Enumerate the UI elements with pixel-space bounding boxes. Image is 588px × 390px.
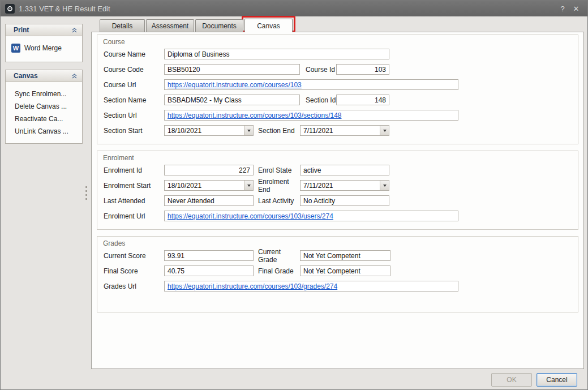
section-name-label: Section Name — [104, 96, 164, 104]
word-icon: W — [11, 44, 20, 53]
course-id-field[interactable]: 103 — [336, 64, 389, 75]
sidebar-item-unlink-canvas[interactable]: UnLink Canvas ... — [6, 125, 82, 138]
grades-url-label: Grades Url — [104, 282, 164, 290]
app-icon — [5, 4, 15, 14]
collapse-chevron-icon[interactable] — [70, 72, 79, 80]
sidebar-item-reactivate-canvas[interactable]: Reactivate Ca... — [6, 113, 82, 125]
chevron-down-icon[interactable] — [380, 181, 389, 190]
section-url-link[interactable]: https://equatorit.instructure.com/course… — [168, 112, 342, 119]
section-name-field[interactable]: BSBADM502 - My Class — [164, 95, 300, 105]
enrolment-start-datepicker[interactable]: 18/10/2021 — [164, 180, 254, 191]
enrolment-group: Enrolment Enrolment Id 227 Enrol State a… — [97, 151, 578, 230]
enrolment-group-title: Enrolment — [97, 153, 578, 165]
grades-url-field: https://equatorit.instructure.com/course… — [164, 281, 458, 292]
canvas-tab-content: Course Course Name Diploma of Business C… — [91, 32, 584, 369]
chevron-down-icon[interactable] — [244, 126, 253, 135]
ok-button[interactable]: OK — [491, 373, 532, 387]
tab-assessment[interactable]: Assessment — [146, 19, 194, 32]
current-grade-field[interactable]: Not Yet Competent — [300, 250, 390, 261]
window-title: 1.331 VET & HE Result Edit — [19, 5, 556, 13]
canvas-panel-title: Canvas — [14, 72, 38, 80]
enrolment-url-link[interactable]: https://equatorit.instructure.com/course… — [168, 212, 333, 220]
course-name-label: Course Name — [104, 50, 164, 58]
print-panel-title: Print — [14, 26, 29, 34]
close-button[interactable]: ✕ — [569, 5, 583, 13]
section-start-datepicker[interactable]: 18/10/2021 — [164, 125, 254, 136]
last-activity-field[interactable]: No Acticity — [300, 195, 389, 206]
splitter-handle[interactable] — [83, 16, 91, 390]
enrolment-url-label: Enrolment Url — [104, 212, 164, 220]
enrolment-start-label: Enrolment Start — [104, 182, 164, 190]
canvas-panel-header[interactable]: Canvas — [6, 70, 82, 82]
sidebar: Print W Word Merge Canvas — [1, 16, 83, 390]
enrolment-id-label: Enrolment Id — [104, 166, 164, 174]
section-url-field: https://equatorit.instructure.com/course… — [164, 110, 458, 121]
chevron-down-icon[interactable] — [244, 181, 253, 190]
sidebar-item-sync-enrolment[interactable]: Sync Enrolmen... — [6, 88, 82, 100]
word-merge-button[interactable]: W Word Merge — [11, 44, 78, 53]
enrolment-id-field[interactable]: 227 — [164, 165, 254, 175]
help-button[interactable]: ? — [556, 5, 569, 13]
grades-group: Grades Current Score 93.91 Current Grade… — [97, 236, 578, 312]
final-grade-field[interactable]: Not Yet Competent — [300, 265, 390, 276]
print-panel-header[interactable]: Print — [6, 24, 82, 36]
sidebar-item-delete-canvas[interactable]: Delete Canvas ... — [6, 100, 82, 113]
enrolment-end-label: Enrolment End — [258, 178, 300, 194]
course-name-field[interactable]: Diploma of Business — [164, 49, 389, 59]
grades-url-link[interactable]: https://equatorit.instructure.com/course… — [168, 282, 337, 290]
tab-canvas[interactable]: Canvas — [244, 19, 293, 32]
course-code-field[interactable]: BSB50120 — [164, 64, 300, 75]
title-bar: 1.331 VET & HE Result Edit ? ✕ — [1, 1, 587, 16]
tab-details[interactable]: Details — [100, 19, 145, 32]
section-start-label: Section Start — [104, 127, 164, 135]
section-id-label: Section Id — [306, 96, 336, 104]
final-score-field[interactable]: 40.75 — [164, 265, 254, 276]
course-url-label: Course Url — [104, 81, 164, 89]
grades-group-title: Grades — [97, 239, 578, 250]
current-score-label: Current Score — [104, 252, 164, 260]
cancel-button[interactable]: Cancel — [537, 373, 577, 387]
final-grade-label: Final Grade — [258, 267, 300, 275]
enrolment-end-datepicker[interactable]: 7/11/2021 — [300, 180, 389, 191]
chevron-down-icon[interactable] — [380, 126, 389, 135]
course-group-title: Course — [97, 37, 578, 49]
last-attended-label: Last Attended — [104, 197, 164, 205]
section-url-label: Section Url — [104, 112, 164, 119]
enrolment-url-field: https://equatorit.instructure.com/course… — [164, 211, 458, 221]
enrol-state-label: Enrol State — [258, 166, 300, 174]
final-score-label: Final Score — [104, 267, 164, 275]
course-group: Course Course Name Diploma of Business C… — [97, 35, 578, 144]
course-url-field: https://equatorit.instructure.com/course… — [164, 79, 458, 90]
last-attended-field[interactable]: Never Attended — [164, 195, 254, 206]
dialog-footer: OK Cancel — [91, 369, 584, 390]
tab-strip: Details Assessment Documents Canvas — [91, 19, 584, 32]
section-end-label: Section End — [258, 127, 300, 135]
word-merge-label: Word Merge — [24, 44, 62, 52]
collapse-chevron-icon[interactable] — [70, 26, 79, 34]
course-url-link[interactable]: https://equatorit.instructure.com/course… — [168, 81, 302, 89]
section-id-field[interactable]: 148 — [336, 95, 389, 105]
last-activity-label: Last Activity — [258, 197, 300, 205]
course-id-label: Course Id — [306, 66, 336, 74]
section-end-datepicker[interactable]: 7/11/2021 — [300, 125, 389, 136]
enrol-state-field[interactable]: active — [300, 165, 389, 175]
dialog-window: 1.331 VET & HE Result Edit ? ✕ Print W W… — [0, 0, 588, 390]
tab-documents[interactable]: Documents — [195, 19, 243, 32]
current-score-field[interactable]: 93.91 — [164, 250, 254, 261]
canvas-panel: Canvas Sync Enrolmen... Delete Canvas ..… — [5, 70, 83, 144]
course-code-label: Course Code — [104, 66, 164, 74]
current-grade-label: Current Grade — [258, 248, 300, 264]
print-panel: Print W Word Merge — [5, 24, 83, 62]
